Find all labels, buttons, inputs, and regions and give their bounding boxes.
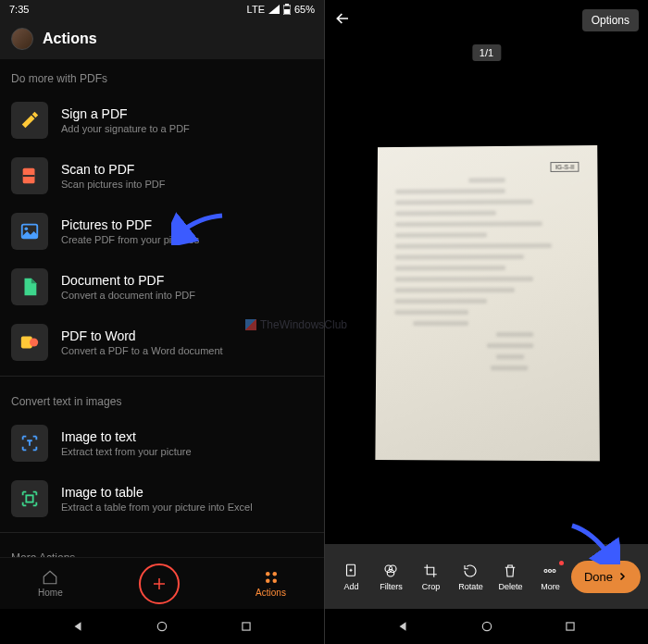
- pen-icon: [11, 102, 48, 139]
- section-label-pdfs: Do more with PDFs: [0, 59, 324, 93]
- action-subtitle: Add your signature to a PDF: [61, 123, 313, 134]
- avatar[interactable]: [11, 28, 33, 50]
- filters-icon: [382, 563, 399, 579]
- plus-icon: [151, 576, 168, 592]
- nav-label: Actions: [255, 588, 286, 598]
- nav-label: Home: [38, 588, 63, 598]
- svg-point-8: [30, 338, 38, 346]
- svg-point-10: [266, 572, 270, 576]
- page-indicator: 1/1: [472, 44, 501, 61]
- grid-icon: [263, 569, 280, 586]
- add-fab[interactable]: [139, 564, 180, 604]
- scan-preview-area[interactable]: IG-S-II: [325, 41, 648, 544]
- section-label-more: More Actions: [0, 539, 324, 557]
- svg-point-14: [157, 622, 166, 630]
- add-page-icon: [343, 563, 359, 579]
- action-scan-pdf[interactable]: Scan to PDF Scan pictures into PDF: [0, 148, 324, 204]
- pointer-arrow: [171, 208, 227, 245]
- recents-button[interactable]: [564, 620, 577, 633]
- scan-header: Options: [325, 0, 648, 41]
- svg-rect-1: [285, 4, 289, 6]
- tool-add[interactable]: Add: [332, 563, 370, 591]
- svg-point-6: [25, 227, 29, 230]
- action-title: Sign a PDF: [61, 106, 313, 123]
- action-image-text[interactable]: Image to text Extract text from your pic…: [0, 415, 324, 471]
- scanned-document[interactable]: IG-S-II: [375, 145, 600, 461]
- home-button[interactable]: [156, 620, 168, 633]
- action-pictures-pdf[interactable]: Pictures to PDF Create PDF from your pic…: [0, 204, 324, 259]
- crop-icon: [422, 563, 439, 579]
- action-image-table[interactable]: Image to table Extract a table from your…: [0, 471, 324, 526]
- status-time: 7:35: [9, 4, 29, 15]
- nav-home[interactable]: Home: [38, 569, 63, 598]
- svg-point-20: [544, 569, 547, 572]
- action-subtitle: Convert a document into PDF: [61, 290, 313, 301]
- back-button[interactable]: [334, 9, 353, 31]
- done-button[interactable]: Done: [571, 561, 641, 593]
- delete-icon: [502, 563, 518, 579]
- scan-icon: [11, 157, 48, 194]
- action-subtitle: Scan pictures into PDF: [61, 179, 313, 190]
- tool-more[interactable]: More: [531, 563, 569, 591]
- divider: [0, 532, 324, 533]
- battery-icon: [283, 4, 291, 15]
- more-icon: [542, 563, 558, 579]
- battery-label: 65%: [294, 4, 315, 15]
- svg-point-12: [266, 579, 270, 584]
- svg-point-21: [549, 569, 552, 572]
- back-button[interactable]: [71, 620, 84, 633]
- bottom-nav: Home Actions: [0, 557, 324, 609]
- content-scroll[interactable]: Do more with PDFs Sign a PDF Add your si…: [0, 59, 324, 557]
- tool-rotate[interactable]: Rotate: [452, 563, 490, 591]
- home-icon: [42, 569, 58, 586]
- tool-delete[interactable]: Delete: [492, 563, 530, 591]
- document-tag: IG-S-II: [550, 162, 579, 172]
- tool-filters[interactable]: Filters: [372, 563, 410, 591]
- svg-point-19: [388, 569, 395, 576]
- svg-point-22: [553, 569, 555, 572]
- android-nav: [0, 609, 324, 644]
- svg-point-11: [272, 572, 277, 576]
- action-title: Document to PDF: [61, 273, 313, 290]
- back-button[interactable]: [396, 620, 409, 633]
- action-document-pdf[interactable]: Document to PDF Convert a document into …: [0, 259, 324, 315]
- svg-rect-24: [567, 623, 574, 630]
- watermark: TheWindowsClub: [245, 318, 347, 331]
- android-nav: [325, 609, 648, 644]
- recents-button[interactable]: [240, 620, 253, 633]
- action-subtitle: Extract text from your picture: [61, 446, 313, 457]
- section-label-text: Convert text in images: [0, 382, 324, 415]
- network-label: LTE: [247, 4, 265, 15]
- action-title: Scan to PDF: [61, 162, 313, 179]
- divider: [0, 376, 324, 377]
- text-extract-icon: [11, 425, 48, 462]
- signal-icon: [268, 5, 280, 14]
- notification-dot: [559, 561, 564, 565]
- svg-rect-4: [23, 175, 35, 177]
- pointer-arrow: [565, 518, 620, 564]
- picture-icon: [11, 213, 48, 250]
- home-button[interactable]: [480, 620, 493, 633]
- svg-point-13: [272, 579, 277, 584]
- svg-rect-9: [26, 495, 32, 502]
- action-title: Image to table: [61, 485, 313, 502]
- svg-point-23: [482, 622, 491, 630]
- action-subtitle: Extract a table from your picture into E…: [61, 502, 313, 513]
- action-subtitle: Convert a PDF to a Word document: [61, 345, 313, 356]
- page-title: Actions: [43, 31, 97, 47]
- nav-actions[interactable]: Actions: [255, 569, 286, 598]
- rotate-icon: [462, 563, 479, 579]
- convert-icon: [11, 324, 48, 361]
- svg-rect-2: [284, 9, 290, 14]
- svg-point-18: [390, 565, 397, 573]
- table-extract-icon: [11, 480, 48, 517]
- options-button[interactable]: Options: [582, 9, 639, 31]
- action-sign-pdf[interactable]: Sign a PDF Add your signature to a PDF: [0, 93, 324, 148]
- svg-rect-15: [243, 623, 250, 630]
- action-title: Image to text: [61, 429, 313, 446]
- tool-crop[interactable]: Crop: [412, 563, 450, 591]
- app-header: Actions: [0, 19, 324, 59]
- chevron-right-icon: [617, 571, 628, 582]
- status-bar: 7:35 LTE 65%: [0, 0, 324, 19]
- document-icon: [11, 268, 48, 305]
